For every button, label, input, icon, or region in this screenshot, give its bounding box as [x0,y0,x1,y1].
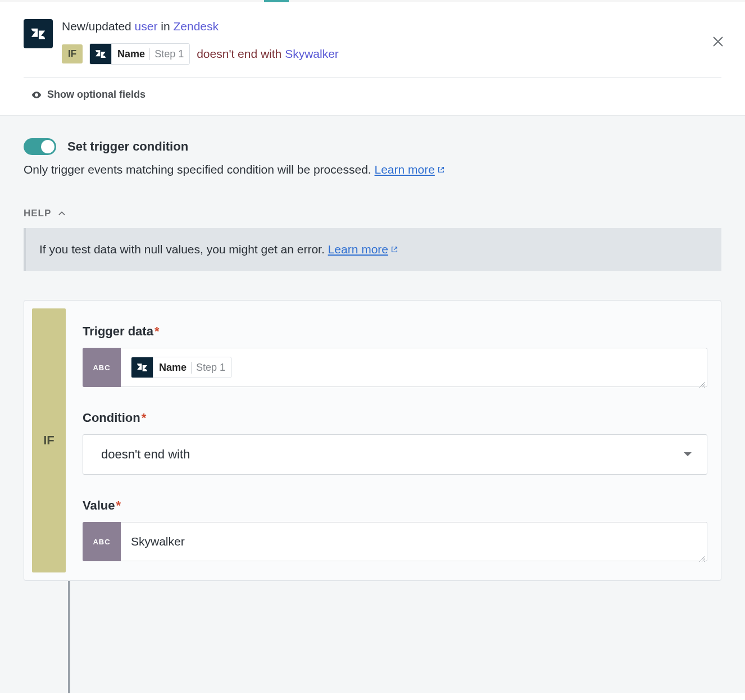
datapill-zendesk-logo [90,43,111,65]
flow-connector [24,581,721,693]
condition-summary: IF Name Step 1 doesn't end with Skywalke… [62,43,721,65]
eye-icon [31,92,42,98]
datapill-name[interactable]: Name Step 1 [89,43,190,65]
desc-text: Only trigger events matching specified c… [24,163,374,176]
zendesk-icon [136,361,148,374]
value-input[interactable]: Skywalker [121,522,707,561]
help-learn-more-link[interactable]: Learn more [328,243,398,256]
zendesk-icon [94,48,107,60]
close-icon [711,35,725,48]
panel-title: New/updated user in Zendesk [62,18,721,34]
panel-header: New/updated user in Zendesk IF Name Step… [0,2,745,77]
text-type-chip: ABC [83,522,121,561]
condition-selected: doesn't end with [101,447,190,462]
datapill-field: Name [159,362,187,374]
condition-editor: IF Trigger data* ABC [24,300,721,581]
value-field: Value* ABC Skywalker [83,498,707,561]
trigger-data-input-row: ABC N [83,348,707,387]
close-button[interactable] [711,35,725,51]
trigger-condition-row: Set trigger condition [24,138,721,155]
required-mark: * [155,324,160,338]
value-text: Skywalker [131,535,185,548]
condition-operator: doesn't end with [197,47,285,60]
zendesk-logo [24,19,53,48]
body-panel: Set trigger condition Only trigger event… [0,115,745,693]
if-badge: IF [62,44,83,63]
datapill-name[interactable]: Name Step 1 [131,357,231,378]
help-heading: HELP [24,208,51,219]
value-input-row: ABC Skywalker [83,522,707,561]
resize-handle[interactable] [698,552,706,560]
condition-phrase: doesn't end with Skywalker [197,47,339,61]
datapill-field: Name [117,48,145,60]
condition-select[interactable]: doesn't end with [83,434,707,475]
condition-value: Skywalker [285,47,339,60]
condition-field: Condition* doesn't end with [83,411,707,475]
learn-more-link[interactable]: Learn more [374,163,444,176]
title-prefix: New/updated [62,20,135,33]
external-link-icon [390,246,398,253]
zendesk-icon [30,25,47,42]
help-section-toggle[interactable]: HELP [24,208,721,219]
caret-down-icon [683,452,692,457]
if-slab: IF [32,308,66,572]
help-text: If you test data with null values, you m… [39,243,328,256]
show-optional-label: Show optional fields [47,89,146,101]
show-optional-fields-toggle[interactable]: Show optional fields [0,78,745,115]
trigger-data-field: Trigger data* ABC [83,324,707,387]
chevron-up-icon [58,210,66,217]
datapill-text: Name Step 1 [111,44,189,64]
trigger-condition-toggle[interactable] [24,138,56,155]
trigger-condition-label: Set trigger condition [67,139,188,154]
resize-handle[interactable] [698,378,706,385]
trigger-data-label: Trigger data* [83,324,707,339]
trigger-condition-description: Only trigger events matching specified c… [24,163,721,176]
title-app-link[interactable]: Zendesk [173,20,219,33]
trigger-data-input[interactable]: Name Step 1 [121,348,707,387]
datapill-text: Name Step 1 [153,357,231,378]
header-main: New/updated user in Zendesk IF Name Step… [62,18,721,65]
condition-fields: Trigger data* ABC [83,308,713,572]
title-entity-link[interactable]: user [135,20,158,33]
text-type-chip: ABC [83,348,121,387]
datapill-step: Step 1 [191,362,225,374]
toggle-knob [41,140,54,153]
datapill-zendesk-logo [131,357,153,378]
help-box: If you test data with null values, you m… [24,228,721,271]
condition-label: Condition* [83,411,707,425]
title-mid: in [157,20,173,33]
value-label: Value* [83,498,707,513]
required-mark: * [142,411,147,425]
datapill-step: Step 1 [149,48,184,60]
external-link-icon [437,166,445,174]
required-mark: * [116,498,121,512]
